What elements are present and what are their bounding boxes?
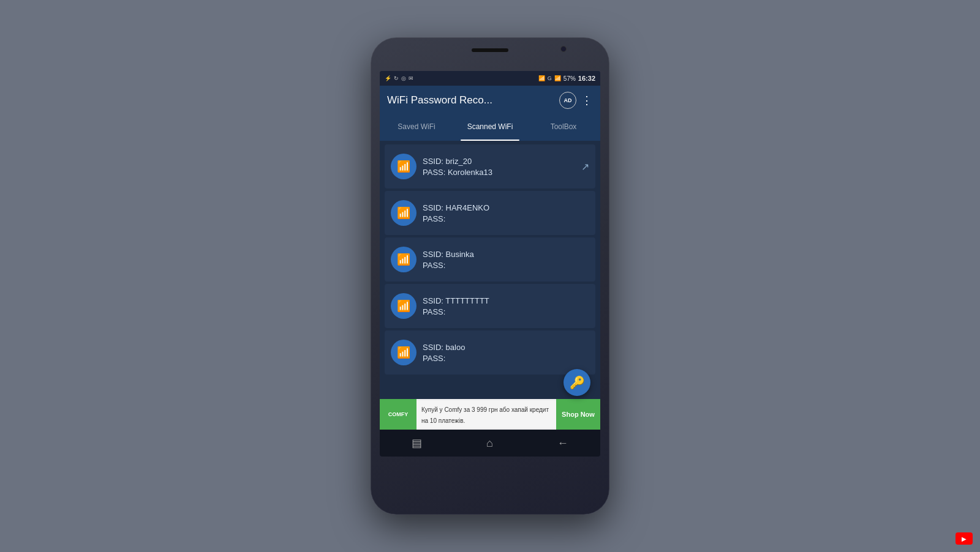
- ad-badge[interactable]: AD: [559, 92, 576, 109]
- wifi-info-4: SSID: baloo PASS:: [423, 343, 589, 363]
- nav-bar: ▤ ⌂ ←: [380, 430, 600, 457]
- ad-text-area: Купуй у Comfy за 3 999 грн або хапай кре…: [417, 401, 556, 428]
- wifi-ssid-4: SSID: baloo: [423, 343, 589, 352]
- content-area: 📶 SSID: briz_20 PASS: Korolenka13 ↗ 📶 SS…: [380, 141, 600, 430]
- phone-screen: ⚡ ↻ ◎ ✉ 📶 G 📶 57% 16:32 WiFi Password Re…: [380, 71, 600, 457]
- usb-icon: ⚡: [385, 75, 391, 81]
- wifi-item-2[interactable]: 📶 SSID: Businka PASS:: [385, 237, 595, 282]
- status-left-icons: ⚡ ↻ ◎ ✉: [385, 75, 413, 81]
- ad-text: Купуй у Comfy за 3 999 грн або хапай кре…: [421, 406, 549, 424]
- nav-home-icon[interactable]: ⌂: [486, 437, 493, 450]
- ad-logo-text: COMFY: [388, 411, 409, 417]
- wifi-icon-circle-3: 📶: [391, 293, 417, 319]
- sync-icon: ↻: [394, 75, 399, 81]
- wifi-info-3: SSID: TTTTTTTTT PASS:: [423, 296, 589, 316]
- fab-button[interactable]: 🔑: [564, 369, 590, 396]
- circle-icon: ◎: [401, 75, 406, 81]
- wifi-pass-1: PASS:: [423, 214, 589, 223]
- share-icon-0[interactable]: ↗: [581, 161, 589, 173]
- status-bar: ⚡ ↻ ◎ ✉ 📶 G 📶 57% 16:32: [380, 71, 600, 86]
- wifi-item-3[interactable]: 📶 SSID: TTTTTTTTT PASS:: [385, 284, 595, 328]
- battery-text: 57%: [564, 75, 576, 82]
- wifi-ssid-1: SSID: HAR4ENKO: [423, 203, 589, 212]
- tab-saved-wifi[interactable]: Saved WiFi: [380, 115, 453, 141]
- wifi-icon-circle-2: 📶: [391, 247, 417, 272]
- wifi-info-0: SSID: briz_20 PASS: Korolenka13: [423, 157, 575, 177]
- wifi-status-icon: 📶: [538, 75, 545, 81]
- ad-banner[interactable]: COMFY Купуй у Comfy за 3 999 грн або хап…: [380, 399, 600, 430]
- wifi-ssid-3: SSID: TTTTTTTTT: [423, 296, 589, 305]
- signal-icon: 📶: [554, 75, 561, 81]
- ad-logo: COMFY: [380, 399, 417, 430]
- wifi-signal-icon-0: 📶: [397, 160, 410, 173]
- wifi-pass-3: PASS:: [423, 307, 589, 316]
- ad-shop-button[interactable]: Shop Now: [556, 399, 600, 430]
- speaker: [472, 48, 508, 52]
- phone-top: [371, 37, 609, 71]
- wifi-signal-icon-4: 📶: [397, 346, 410, 359]
- nav-back-icon[interactable]: ←: [557, 437, 568, 450]
- wifi-pass-2: PASS:: [423, 261, 589, 270]
- wifi-ssid-0: SSID: briz_20: [423, 157, 575, 166]
- email-icon: ✉: [409, 75, 413, 81]
- ad-shop-button-label: Shop Now: [562, 411, 595, 418]
- app-bar-icons: AD ⋮: [559, 92, 593, 109]
- wifi-signal-icon-2: 📶: [397, 253, 410, 266]
- wifi-item-4[interactable]: 📶 SSID: baloo PASS:: [385, 330, 595, 375]
- wifi-icon-circle-0: 📶: [391, 154, 417, 179]
- tabs-bar: Saved WiFi Scanned WiFi ToolBox: [380, 115, 600, 141]
- wifi-ssid-2: SSID: Businka: [423, 250, 589, 259]
- youtube-watermark: ▶: [956, 532, 973, 545]
- time-text: 16:32: [578, 75, 595, 82]
- wifi-list: 📶 SSID: briz_20 PASS: Korolenka13 ↗ 📶 SS…: [380, 141, 600, 399]
- youtube-play-icon: ▶: [962, 535, 967, 542]
- wifi-signal-icon-1: 📶: [397, 206, 410, 220]
- status-right: 📶 G 📶 57% 16:32: [538, 75, 595, 82]
- g-icon: G: [548, 75, 552, 81]
- app-bar: WiFi Password Reco... AD ⋮: [380, 86, 600, 115]
- app-title: WiFi Password Reco...: [387, 94, 492, 106]
- nav-recents-icon[interactable]: ▤: [412, 436, 422, 450]
- wifi-info-2: SSID: Businka PASS:: [423, 250, 589, 270]
- camera: [560, 46, 567, 52]
- wifi-signal-icon-3: 📶: [397, 299, 410, 313]
- wifi-item-1[interactable]: 📶 SSID: HAR4ENKO PASS:: [385, 191, 595, 235]
- phone-frame: ⚡ ↻ ◎ ✉ 📶 G 📶 57% 16:32 WiFi Password Re…: [371, 37, 609, 515]
- wifi-pass-4: PASS:: [423, 354, 589, 363]
- wifi-info-1: SSID: HAR4ENKO PASS:: [423, 203, 589, 223]
- more-menu-icon[interactable]: ⋮: [581, 94, 593, 107]
- wifi-item-0[interactable]: 📶 SSID: briz_20 PASS: Korolenka13 ↗: [385, 144, 595, 188]
- wifi-icon-circle-1: 📶: [391, 200, 417, 226]
- tab-toolbox[interactable]: ToolBox: [527, 115, 600, 141]
- wifi-pass-0: PASS: Korolenka13: [423, 168, 575, 177]
- key-icon: 🔑: [570, 375, 585, 390]
- tab-scanned-wifi[interactable]: Scanned WiFi: [453, 115, 527, 141]
- wifi-icon-circle-4: 📶: [391, 340, 417, 365]
